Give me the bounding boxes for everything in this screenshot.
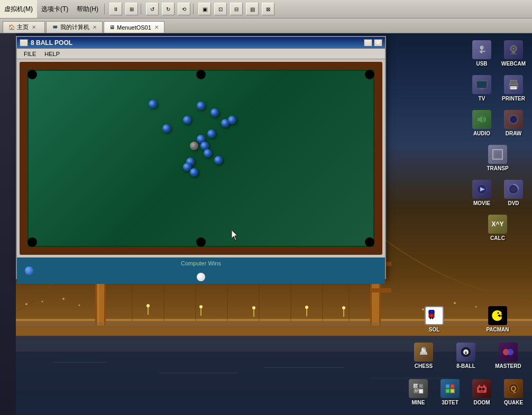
svg-rect-59: [477, 81, 487, 88]
ball-5: [210, 108, 219, 117]
svg-rect-99: [419, 384, 423, 388]
menu-virtual-machine[interactable]: 虚拟机(M): [0, 0, 37, 18]
pool-window-title: 8 BALL POOL: [31, 39, 72, 47]
bottom-row-1: SOL PACMAN: [402, 305, 529, 334]
movie-svg: [475, 183, 488, 196]
icon-pacman[interactable]: PACMAN: [484, 305, 511, 334]
tv-icon-img: [472, 75, 491, 94]
svg-point-109: [479, 388, 482, 391]
chess-label: CHESS: [415, 363, 433, 369]
mine-label: MINE: [412, 400, 425, 405]
bottom-row-3: 01 12 MINE 3DTET: [402, 377, 529, 407]
svg-point-110: [482, 388, 485, 391]
taskbar-icon-redo[interactable]: ↻: [162, 3, 175, 15]
tab-menuetos[interactable]: 🖥 MenuetOS01 ✕: [104, 21, 164, 33]
webcam-icon-img: [504, 40, 523, 59]
taskbar-icon-view1[interactable]: ▣: [198, 3, 211, 15]
chess-icon-img: [414, 343, 433, 362]
window-maximize[interactable]: □: [364, 39, 372, 47]
masterd-label: MASTERD: [495, 363, 521, 369]
svg-rect-112: [479, 385, 480, 388]
webcam-svg: [507, 43, 520, 56]
tab-home[interactable]: 🏠 主页 ✕: [3, 21, 45, 33]
taskbar-icon-view5[interactable]: ⊠: [262, 3, 274, 15]
taskbar-icon-view4[interactable]: ▤: [246, 3, 259, 15]
window-close[interactable]: ✕: [374, 39, 382, 47]
ball-6: [228, 116, 236, 124]
tab-menuetos-close[interactable]: ✕: [154, 24, 159, 30]
printer-icon-img: [504, 75, 523, 94]
icon-draw[interactable]: DRAW: [500, 108, 527, 138]
icon-quake[interactable]: Q QUAKE: [500, 377, 527, 407]
icon-doom[interactable]: DOOM: [468, 377, 496, 407]
tab-mycomputer[interactable]: 💻 我的计算机 ✕: [46, 21, 103, 33]
icon-audio[interactable]: AUDIO: [468, 108, 496, 138]
icon-tv[interactable]: TV: [468, 73, 496, 103]
mine-icon-img: 01 12: [409, 379, 428, 398]
pool-menubar: FILE HELP: [17, 49, 385, 59]
cue-ball-preview: [197, 273, 205, 281]
8ball-svg: 8: [460, 346, 472, 358]
sol-svg: [428, 309, 441, 322]
taskbar-icon-grid[interactable]: ⊞: [125, 3, 138, 15]
pool-table-container: [17, 59, 385, 257]
icon-3dtet[interactable]: 3DTET: [436, 377, 464, 407]
quake-svg: Q: [507, 382, 520, 395]
usb-label: USB: [476, 61, 487, 67]
menu-help[interactable]: 帮助(H): [72, 0, 103, 18]
window-minimize[interactable]: _: [20, 39, 28, 47]
icon-printer[interactable]: PRINTER: [500, 73, 527, 103]
svg-rect-88: [421, 350, 426, 352]
left-sidebar: [0, 33, 16, 415]
icon-8ball[interactable]: 8 8-BALL: [452, 341, 480, 371]
taskbar-icon-view3[interactable]: ⊟: [230, 3, 243, 15]
svg-text:01: 01: [415, 384, 419, 388]
icon-transp[interactable]: TRANSP: [484, 143, 511, 173]
calc-icon-img: X^Y: [488, 215, 507, 234]
pool-menu-help[interactable]: HELP: [40, 50, 64, 58]
separator-1: [104, 4, 105, 14]
dvd-icon-img: [504, 180, 523, 199]
tab-mycomputer-close[interactable]: ✕: [93, 24, 97, 30]
icon-webcam[interactable]: WEBCAM: [500, 39, 527, 68]
taskbar-icon-refresh[interactable]: ⟲: [178, 3, 190, 15]
svg-rect-89: [420, 352, 427, 353]
taskbar-icon-pause[interactable]: ⏸: [109, 3, 122, 15]
taskbar: 虚拟机(M) 选项卡(T) 帮助(H) ⏸ ⊞ ↺ ↻ ⟲ ▣ ⊡ ⊟ ▤ ⊠: [0, 0, 532, 19]
3dtet-svg: [444, 382, 456, 395]
chess-svg: [417, 346, 430, 358]
icon-movie[interactable]: MOVIE: [468, 178, 496, 208]
icon-dvd[interactable]: DVD: [500, 178, 527, 208]
menu-tabs[interactable]: 选项卡(T): [37, 0, 72, 18]
pocket-top-mid: [196, 70, 206, 79]
masterd-svg: [502, 346, 515, 358]
tab-home-close[interactable]: ✕: [32, 24, 36, 30]
svg-point-78: [513, 189, 514, 190]
pacman-icon-img: [488, 306, 507, 325]
printer-label: PRINTER: [502, 96, 525, 102]
bottom-row-2: CHESS 8 8-BALL: [402, 341, 529, 371]
svg-point-85: [500, 313, 502, 316]
icon-sol[interactable]: SOL: [420, 305, 448, 334]
dvd-label: DVD: [508, 200, 519, 206]
svg-rect-57: [510, 53, 517, 54]
ball-2: [149, 100, 157, 108]
taskbar-icon-undo[interactable]: ↺: [146, 3, 159, 15]
icon-usb[interactable]: USB: [468, 39, 496, 68]
icon-mine[interactable]: 01 12 MINE: [405, 377, 432, 407]
right-icons-panel: USB WEBCAM: [466, 39, 529, 245]
icon-chess[interactable]: CHESS: [410, 341, 437, 371]
audio-svg: [475, 113, 488, 126]
icon-calc[interactable]: X^Y CALC: [484, 213, 511, 243]
doom-label: DOOM: [473, 400, 490, 405]
taskbar-icon-view2[interactable]: ⊡: [214, 3, 227, 15]
pool-table[interactable]: [20, 62, 382, 255]
svg-rect-61: [479, 89, 484, 90]
3dtet-label: 3DTET: [442, 400, 458, 405]
svg-rect-65: [511, 87, 516, 87]
pool-menu-file[interactable]: FILE: [20, 50, 40, 58]
quake-icon-img: Q: [504, 379, 523, 398]
sol-label: SOL: [429, 327, 440, 333]
icon-masterd[interactable]: MASTERD: [494, 341, 522, 371]
pool-window[interactable]: _ 8 BALL POOL □ ✕ FILE HELP: [16, 36, 386, 279]
